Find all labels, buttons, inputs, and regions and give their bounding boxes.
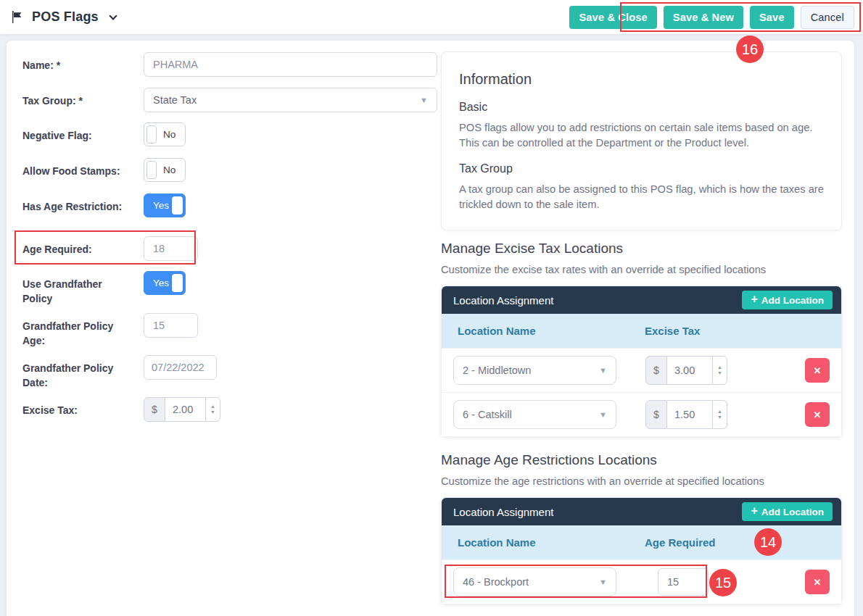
excise-amount-group: $ 3.00 ▲▼ <box>645 356 727 385</box>
age-location-value: 46 - Brockport <box>463 576 529 588</box>
top-bar: POS Flags Save & Close Save & New Save C… <box>0 0 863 34</box>
age-col-location: Location Name <box>442 536 629 549</box>
cancel-button[interactable]: Cancel <box>801 6 854 29</box>
excise-add-location-label: Add Location <box>761 295 824 306</box>
page-title: POS Flags <box>32 9 99 25</box>
grandfather-policy-date-row: Grandfather Policy Date: <box>22 355 128 391</box>
spin-down-icon[interactable]: ▼ <box>717 415 722 420</box>
age-required-row: Age Required: <box>22 236 128 257</box>
name-label: Name: * <box>22 52 128 72</box>
excise-amount-stepper[interactable]: ▲▼ <box>712 356 727 385</box>
negative-flag-row: Negative Flag: No <box>22 122 128 143</box>
save-new-button[interactable]: Save & New <box>664 6 743 29</box>
spin-up-icon[interactable]: ▲ <box>717 409 722 415</box>
grandfather-policy-date-input[interactable] <box>144 355 217 380</box>
negative-flag-toggle[interactable]: No <box>144 122 186 146</box>
information-panel: Information Basic POS flags allow you to… <box>441 51 842 230</box>
age-add-location-label: Add Location <box>761 507 824 517</box>
toggle-state: No <box>163 129 176 140</box>
tax-group-value: State Tax <box>153 94 197 106</box>
negative-flag-label: Negative Flag: <box>22 122 128 143</box>
excise-column-headers: Location Name Excise Tax <box>442 314 841 348</box>
age-section-title: Manage Age Restrictions Locations <box>441 452 842 468</box>
toggle-state: Yes <box>153 278 169 288</box>
excise-locations-table: Location Assignment + Add Location Locat… <box>441 286 842 437</box>
age-locations-section: Manage Age Restrictions Locations Custom… <box>441 452 842 604</box>
plus-icon: + <box>751 293 757 306</box>
spin-down-icon[interactable]: ▼ <box>717 370 722 376</box>
toggle-knob <box>172 196 183 215</box>
name-row: Name: * <box>22 52 128 72</box>
toggle-knob <box>146 125 157 143</box>
save-button[interactable]: Save <box>750 6 794 29</box>
tax-group-select[interactable]: State Tax ▼ <box>144 88 437 112</box>
spin-down-icon[interactable]: ▼ <box>210 409 215 415</box>
page-title-group: POS Flags <box>0 9 116 25</box>
age-location-select[interactable]: 46 - Brockport ▼ <box>453 567 616 596</box>
excise-location-select[interactable]: 2 - Middletown ▼ <box>453 356 616 385</box>
chevron-down-icon: ▼ <box>599 578 607 586</box>
toggle-state: No <box>163 165 176 175</box>
information-title: Information <box>459 71 824 88</box>
age-required-label: Age Required: <box>22 236 128 257</box>
allow-food-stamps-toggle[interactable]: No <box>144 158 186 182</box>
excise-table-title: Location Assignment <box>453 294 553 307</box>
close-icon: ✕ <box>814 365 822 376</box>
age-add-location-button[interactable]: + Add Location <box>742 502 833 521</box>
currency-prefix: $ <box>645 400 667 429</box>
excise-tax-input-group: $ 2.00 ▲▼ <box>144 397 220 422</box>
use-grandfather-policy-toggle[interactable]: Yes <box>144 271 186 295</box>
excise-amount-stepper[interactable]: ▲▼ <box>712 400 727 429</box>
has-age-restriction-label: Has Age Restriction: <box>22 193 128 214</box>
excise-col-location: Location Name <box>442 325 629 337</box>
allow-food-stamps-label: Allow Food Stamps: <box>22 158 128 178</box>
grandfather-policy-age-label: Grandfather Policy Age: <box>22 313 128 349</box>
has-age-restriction-row: Has Age Restriction: Yes <box>22 193 128 214</box>
age-required-input[interactable] <box>144 236 198 261</box>
excise-location-select[interactable]: 6 - Catskill ▼ <box>453 400 616 429</box>
excise-amount-input[interactable]: 3.00 <box>667 356 712 385</box>
excise-amount-group: $ 1.50 ▲▼ <box>645 400 727 429</box>
excise-section-subtitle: Customize the excise tax rates with an o… <box>441 264 842 275</box>
tax-group-row: Tax Group: * State Tax ▼ <box>22 88 128 108</box>
flag-icon <box>10 10 25 25</box>
information-tax-body: A tax group can also be assigned to this… <box>459 182 824 213</box>
age-table-header: Location Assignment + Add Location <box>442 498 841 525</box>
delete-row-button[interactable]: ✕ <box>805 570 830 594</box>
delete-row-button[interactable]: ✕ <box>805 402 830 427</box>
delete-row-button[interactable]: ✕ <box>805 358 830 383</box>
excise-locations-section: Manage Excise Tax Locations Customize th… <box>441 241 842 437</box>
toggle-state: Yes <box>153 200 169 211</box>
toggle-knob <box>172 274 183 292</box>
annotation-badge-16: 16 <box>736 36 764 63</box>
information-basic-heading: Basic <box>459 101 824 114</box>
annotation-badge-15: 15 <box>709 569 737 596</box>
spin-up-icon[interactable]: ▲ <box>717 365 722 370</box>
excise-location-value: 2 - Middletown <box>463 365 531 376</box>
age-required-override-input[interactable] <box>658 568 709 596</box>
currency-prefix: $ <box>144 397 165 422</box>
excise-section-title: Manage Excise Tax Locations <box>441 241 842 257</box>
plus-icon: + <box>751 504 757 517</box>
close-icon: ✕ <box>814 409 822 420</box>
name-input[interactable] <box>144 52 437 77</box>
excise-amount-input[interactable]: 1.50 <box>667 400 712 429</box>
pos-flag-form-panel: Name: * Tax Group: * State Tax ▼ Negativ… <box>6 40 855 616</box>
save-close-button[interactable]: Save & Close <box>569 6 656 29</box>
toggle-knob <box>146 161 157 179</box>
action-buttons: Save & Close Save & New Save Cancel <box>569 6 863 29</box>
grandfather-policy-age-row: Grandfather Policy Age: <box>22 313 128 349</box>
has-age-restriction-toggle[interactable]: Yes <box>144 193 186 217</box>
use-grandfather-policy-row: Use Grandfather Policy Yes <box>22 271 128 307</box>
excise-location-value: 6 - Catskill <box>463 409 512 420</box>
chevron-down-icon[interactable] <box>109 12 117 20</box>
excise-tax-input[interactable]: 2.00 <box>165 397 205 422</box>
spin-up-icon[interactable]: ▲ <box>210 404 215 409</box>
chevron-down-icon: ▼ <box>420 96 428 104</box>
age-location-row: 46 - Brockport ▼ ✕ <box>442 559 841 604</box>
excise-tax-stepper[interactable]: ▲▼ <box>205 397 220 422</box>
information-basic-body: POS flags allow you to add restrictions … <box>459 120 824 151</box>
grandfather-policy-age-input[interactable] <box>144 313 198 338</box>
excise-add-location-button[interactable]: + Add Location <box>742 291 833 309</box>
grandfather-policy-date-label: Grandfather Policy Date: <box>22 355 128 391</box>
